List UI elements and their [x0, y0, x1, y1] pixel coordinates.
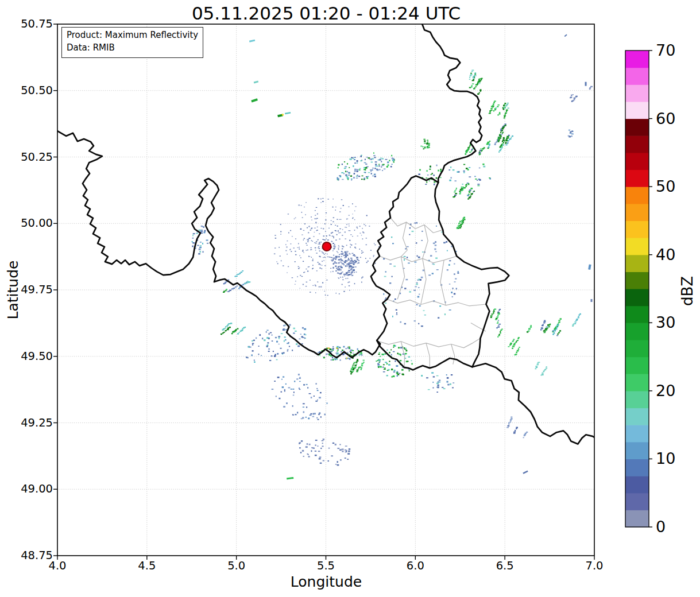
y-tick-label: 48.75 [10, 549, 53, 562]
x-tick-label: 5.0 [219, 559, 254, 572]
annotation-box: Product: Maximum Reflectivity Data: RMIB [61, 27, 203, 58]
colorbar-tick-label: 40 [656, 246, 675, 263]
plot-frame [57, 24, 594, 556]
radar-site-marker [323, 242, 331, 251]
x-tick-label: 4.5 [130, 559, 164, 572]
annotation-product-line: Product: Maximum Reflectivity [67, 29, 198, 42]
radar-figure: { "title": "05.11.2025 01:20 - 01:24 UTC… [0, 0, 700, 597]
axis-ticks [53, 24, 594, 560]
y-tick-label: 50.75 [10, 17, 53, 30]
x-tick-label: 7.0 [577, 559, 612, 572]
border-luxembourg [371, 176, 509, 370]
y-tick-label: 50.50 [10, 84, 53, 97]
y-tick-label: 49.25 [10, 416, 53, 429]
country-borders [57, 24, 595, 444]
border-france-germany [472, 363, 595, 444]
x-tick-label: 6.5 [488, 559, 522, 572]
radar-map-canvas [0, 0, 700, 597]
colorbar [625, 51, 652, 528]
plot-title: 05.11.2025 01:20 - 01:24 UTC [57, 3, 595, 24]
colorbar-tick-label: 70 [656, 41, 675, 59]
annotation-data-line: Data: RMIB [67, 42, 198, 55]
y-tick-label: 49.75 [10, 283, 53, 296]
gridlines [57, 24, 594, 556]
radar-echoes [192, 34, 593, 480]
y-tick-label: 49.00 [10, 482, 53, 495]
border-belgium-germany [422, 24, 482, 183]
colorbar-tick-label: 20 [656, 382, 675, 400]
colorbar-label: dBZ [679, 276, 696, 306]
colorbar-tick-label: 60 [656, 110, 675, 127]
colorbar-tick-label: 0 [656, 518, 666, 536]
x-tick-label: 6.0 [398, 559, 432, 572]
colorbar-tick-label: 50 [656, 177, 675, 195]
y-tick-label: 50.00 [10, 216, 53, 230]
y-tick-label: 50.25 [10, 150, 53, 164]
colorbar-tick-label: 10 [656, 449, 675, 467]
x-axis-label: Longitude [57, 573, 595, 590]
x-tick-label: 5.5 [309, 559, 343, 572]
border-france-belgium [57, 131, 380, 358]
colorbar-tick-label: 30 [656, 313, 675, 331]
y-tick-label: 49.50 [10, 350, 53, 363]
